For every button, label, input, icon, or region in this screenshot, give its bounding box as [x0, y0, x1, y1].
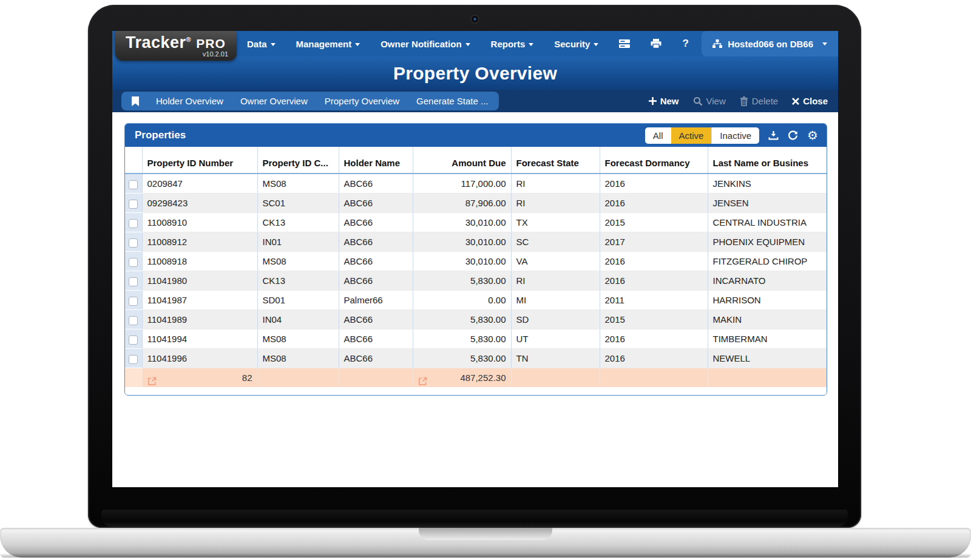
cell-property-id: 0209847 [142, 174, 257, 194]
cell-last-name: PHOENIX EQUIPMEN [708, 232, 827, 252]
menu-security[interactable]: Security [544, 39, 609, 49]
column-last-name[interactable]: Last Name or Busines [708, 147, 827, 174]
row-select-cell [125, 329, 142, 349]
properties-table: Property ID Number Property ID C... Hold… [125, 147, 827, 387]
cell-amount: 0.00 [413, 291, 511, 310]
column-forecast-dormancy[interactable]: Forecast Dormancy [600, 147, 708, 174]
print-button[interactable] [640, 31, 672, 56]
help-icon: ? [682, 38, 688, 50]
cell-property-id: 09298423 [142, 194, 257, 213]
row-checkbox[interactable] [129, 200, 138, 209]
close-button[interactable]: Close [792, 96, 828, 106]
cell-amount: 5,830.00 [413, 271, 511, 291]
table-row[interactable]: 0209847 MS08 ABC66 117,000.00 RI 2016 JE… [125, 174, 827, 194]
table-row[interactable]: 11041996 MS08 ABC66 5,830.00 TN 2016 NEW… [125, 349, 827, 368]
table-row[interactable]: 11008912 IN01 ABC66 30,010.00 SC 2017 PH… [125, 232, 827, 252]
chevron-down-icon [271, 43, 276, 46]
row-checkbox[interactable] [129, 336, 138, 345]
webcam-icon [470, 15, 479, 24]
menu-owner-notification[interactable]: Owner Notification [370, 39, 480, 49]
table-row[interactable]: 11041989 IN04 ABC66 5,830.00 SD 2015 MAK… [125, 310, 827, 329]
main-menu: Data Management Owner Notification Repor… [237, 31, 699, 56]
delete-button: Delete [740, 96, 778, 106]
app-logo: Tracker® PRO v10.2.01 [115, 31, 237, 61]
new-button[interactable]: New [649, 96, 679, 106]
export-button[interactable] [768, 130, 779, 141]
search-icon [693, 96, 703, 106]
chevron-down-icon [465, 43, 470, 46]
laptop-mockup: Tracker® PRO v10.2.01 Data Management Ow… [0, 0, 971, 560]
summary-select-cell [125, 368, 142, 388]
menu-reports[interactable]: Reports [481, 39, 544, 49]
cell-amount: 30,010.00 [413, 213, 511, 232]
cell-holder: ABC66 [339, 271, 413, 291]
table-row[interactable]: 11008918 MS08 ABC66 30,010.00 VA 2016 FI… [125, 252, 827, 271]
column-amount-due[interactable]: Amount Due [413, 147, 511, 174]
record-count: 82 [242, 373, 252, 383]
external-link-icon[interactable] [418, 373, 427, 387]
row-checkbox[interactable] [129, 258, 138, 267]
record-actions: New View Delete Close [649, 90, 828, 112]
cell-holder: ABC66 [339, 174, 413, 194]
row-select-cell [125, 174, 142, 194]
cell-amount: 30,010.00 [413, 252, 511, 271]
server-selector[interactable]: Hosted066 on DB66 [702, 31, 838, 56]
brand-name: Tracker® [126, 33, 191, 52]
column-forecast-state[interactable]: Forecast State [511, 147, 600, 174]
records-list-button[interactable] [609, 31, 640, 56]
filter-all[interactable]: All [645, 127, 671, 144]
server-list-icon [619, 39, 630, 49]
chevron-down-icon [355, 43, 360, 46]
cell-amount: 5,830.00 [413, 329, 511, 349]
menu-data[interactable]: Data [237, 39, 286, 49]
row-checkbox[interactable] [129, 238, 138, 248]
amount-total-cell: 487,252.30 [413, 368, 511, 388]
tab-property-overview[interactable]: Property Overview [325, 96, 399, 106]
cell-holder: ABC66 [339, 213, 413, 232]
settings-button[interactable]: ⚙ [807, 129, 818, 141]
cell-property-id: 11041994 [142, 329, 257, 349]
plus-icon [649, 97, 657, 105]
tab-generate-state[interactable]: Generate State ... [416, 96, 488, 106]
row-select-cell [125, 349, 142, 368]
tab-owner-overview[interactable]: Owner Overview [240, 96, 308, 106]
cell-property-id-c: SD01 [257, 291, 339, 310]
cell-last-name: FITZGERALD CHIROP [708, 252, 827, 271]
row-checkbox[interactable] [129, 180, 138, 189]
help-button[interactable]: ? [672, 31, 699, 56]
download-icon [768, 130, 779, 141]
row-select-cell [125, 232, 142, 252]
column-property-id-c[interactable]: Property ID C... [257, 147, 339, 174]
tab-holder-overview[interactable]: Holder Overview [156, 96, 223, 106]
cell-dormancy: 2015 [600, 310, 708, 329]
cell-property-id: 11041989 [142, 310, 257, 329]
cell-property-id: 11041987 [142, 291, 257, 310]
row-select-cell [125, 213, 142, 232]
external-link-icon[interactable] [147, 373, 157, 387]
table-row[interactable]: 11041994 MS08 ABC66 5,830.00 UT 2016 TIM… [125, 329, 827, 349]
filter-inactive[interactable]: Inactive [711, 127, 759, 144]
column-property-id[interactable]: Property ID Number [142, 147, 257, 174]
trash-icon [740, 96, 748, 106]
row-checkbox[interactable] [129, 355, 138, 364]
column-holder-name[interactable]: Holder Name [339, 147, 413, 174]
cell-amount: 87,906.00 [413, 194, 511, 213]
table-row[interactable]: 11041987 SD01 Palmer66 0.00 MI 2011 HARR… [125, 291, 827, 310]
cell-state: MI [511, 291, 600, 310]
table-row[interactable]: 11041980 CK13 ABC66 5,830.00 RI 2016 INC… [125, 271, 827, 291]
cell-property-id: 11008910 [142, 213, 257, 232]
row-checkbox[interactable] [129, 219, 138, 228]
cell-last-name: HARRISON [708, 291, 827, 310]
cell-last-name: JENSEN [708, 194, 827, 213]
row-checkbox[interactable] [129, 277, 138, 286]
row-select-cell [125, 194, 142, 213]
refresh-button[interactable] [788, 130, 798, 141]
table-row[interactable]: 11008910 CK13 ABC66 30,010.00 TX 2015 CE… [125, 213, 827, 232]
record-count-cell: 82 [142, 368, 257, 388]
row-checkbox[interactable] [129, 297, 138, 306]
cell-dormancy: 2016 [600, 329, 708, 349]
row-checkbox[interactable] [129, 316, 138, 325]
table-row[interactable]: 09298423 SC01 ABC66 87,906.00 RI 2016 JE… [125, 194, 827, 213]
menu-management[interactable]: Management [286, 39, 371, 49]
filter-active[interactable]: Active [671, 127, 712, 144]
